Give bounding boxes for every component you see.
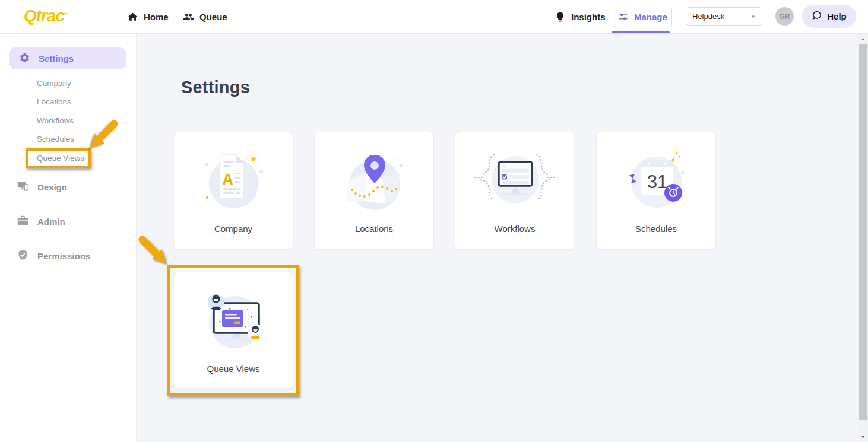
card-label-company: Company (174, 224, 293, 234)
help-button[interactable]: Help (802, 5, 856, 28)
sidebar-item-settings[interactable]: Settings (9, 47, 126, 69)
help-button-label: Help (827, 11, 847, 21)
logo-trademark-mark: ® (64, 11, 67, 17)
nav-insights[interactable]: Insights (555, 0, 606, 33)
sidebar-settings-label: Settings (39, 53, 74, 63)
nav-home-label: Home (144, 12, 169, 22)
annotation-box-card-queue-views (167, 265, 299, 396)
sidebar-item-design[interactable]: Design (17, 180, 67, 194)
user-avatar[interactable]: GR (775, 7, 794, 26)
home-icon (127, 11, 138, 23)
sidebar-design-label: Design (37, 182, 67, 192)
nav-queue-label: Queue (199, 12, 227, 22)
document-letter: A (222, 171, 234, 189)
calendar-day-number: 31 (647, 171, 667, 192)
top-navigation-bar: Qtrac® Home Queue Insights Manage (0, 0, 868, 34)
settings-sidebar: Settings Company Locations Workflows Sch… (0, 34, 137, 442)
scrollbar-down-button[interactable]: ▼ (858, 433, 868, 441)
sidebar-item-workflows[interactable]: Workflows (37, 116, 74, 125)
sidebar-indent-guide (24, 77, 24, 176)
sidebar-item-locations[interactable]: Locations (37, 97, 71, 106)
document-illustration: A (192, 139, 275, 222)
card-label-workflows: Workflows (455, 224, 574, 234)
nav-manage-label: Manage (634, 12, 667, 22)
sidebar-admin-label: Admin (37, 217, 65, 227)
scroll-down-icon: ▼ (861, 435, 865, 439)
monitor-checklist-illustration (474, 139, 557, 222)
scrollbar-up-button[interactable]: ▲ (858, 34, 868, 43)
sidebar-item-schedules[interactable]: Schedules (37, 135, 74, 144)
nav-insights-label: Insights (571, 12, 606, 22)
annotation-box-sidebar-queue-views (26, 148, 91, 168)
annotation-arrow-sidebar (87, 117, 121, 151)
card-label-schedules: Schedules (597, 224, 715, 234)
header-divider (671, 8, 672, 26)
logo-text: Qtrac (24, 7, 64, 25)
design-devices-icon (17, 180, 29, 194)
map-pin-illustration (333, 139, 416, 222)
avatar-initials: GR (780, 12, 790, 21)
sidebar-item-company[interactable]: Company (37, 79, 71, 88)
vertical-scrollbar[interactable]: ▲ ▼ (858, 34, 868, 442)
nav-queue[interactable]: Queue (183, 0, 227, 33)
card-workflows[interactable]: Workflows (455, 132, 575, 250)
manage-active-underline (612, 31, 670, 33)
card-schedules[interactable]: 31 Schedules (596, 132, 716, 250)
chevron-down-icon: ▾ (752, 14, 755, 20)
shield-check-icon (17, 249, 29, 263)
briefcase-icon (17, 214, 29, 228)
app-logo[interactable]: Qtrac® (24, 7, 67, 26)
people-icon (183, 11, 194, 23)
qtrac-app: Qtrac® Home Queue Insights Manage (0, 0, 868, 442)
page-title: Settings (181, 78, 250, 97)
card-company[interactable]: A Company (173, 132, 293, 250)
sidebar-permissions-label: Permissions (37, 251, 90, 261)
helpdesk-select[interactable]: Helpdesk ▾ (686, 7, 761, 26)
sidebar-item-permissions[interactable]: Permissions (17, 249, 90, 263)
helpdesk-select-value: Helpdesk (692, 12, 724, 21)
sidebar-item-admin[interactable]: Admin (17, 214, 65, 228)
chat-bubble-icon (812, 10, 822, 23)
sliders-icon (617, 11, 629, 23)
scroll-up-icon: ▲ (861, 37, 865, 41)
annotation-arrow-card (135, 233, 170, 267)
calendar-illustration: 31 (615, 139, 698, 222)
scrollbar-thumb[interactable] (859, 44, 867, 420)
card-locations[interactable]: Locations (314, 132, 434, 250)
nav-home[interactable]: Home (127, 0, 169, 33)
lightbulb-icon (555, 11, 566, 23)
nav-manage[interactable]: Manage (617, 0, 667, 33)
gear-icon (19, 52, 30, 65)
card-label-locations: Locations (315, 224, 433, 234)
